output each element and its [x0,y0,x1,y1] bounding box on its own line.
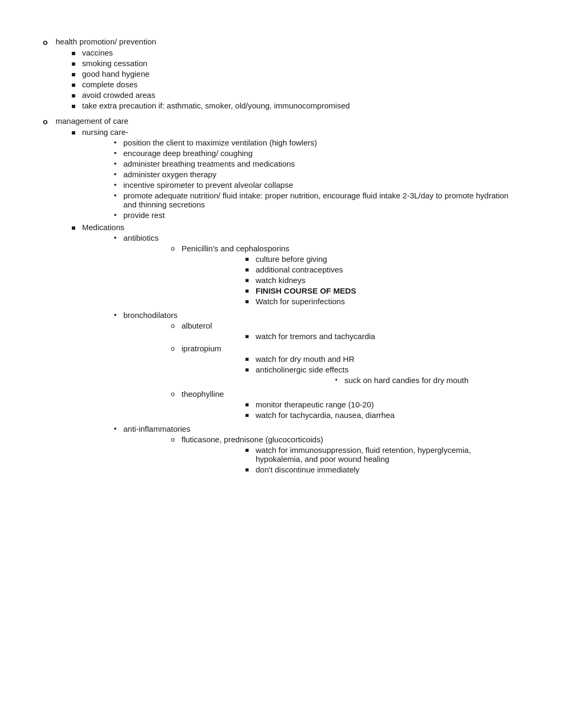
list-item: ■ nursing care- ● position the client to… [71,128,519,221]
bullet-round-icon: ● [114,312,119,317]
bullet-o-icon: o [43,38,50,47]
item-label: anticholinergic side effects [256,365,349,374]
item-content: Penicillin's and cephalosporins ■ cultur… [182,244,519,307]
list-item: ■ Medications ● antibiotics [71,223,519,479]
item-label: watch for tremors and tachycardia [256,332,519,341]
item-content: fluticasone, prednisone (glucocorticoids… [182,435,519,476]
list-item: ■ watch for dry mouth and HR [245,354,519,363]
list-item: ■ culture before giving [245,254,519,263]
albuterol-list: ■ watch for tremors and tachycardia [182,332,519,341]
bullet-o-sm-icon: o [171,322,177,330]
item-label: anti-inflammatories [123,424,191,433]
item-content: nursing care- ● position the client to m… [82,128,519,221]
level3-list: ● position the client to maximize ventil… [82,138,519,220]
bullet-square-icon: ■ [71,70,78,78]
item-label: watch for dry mouth and HR [256,354,519,363]
bullet-square-icon: ■ [71,92,78,99]
item-label: encourage deep breathing/ coughing [123,149,519,158]
list-item: ■ watch for tachycardia, nausea, diarrhe… [245,411,519,420]
list-item: o health promotion/ prevention ■ vaccine… [43,37,519,112]
item-label: take extra precaution if: asthmatic, smo… [82,101,519,110]
list-item: ■ anticholinergic side effects ● [245,365,519,386]
item-label: watch for immunosuppression, fluid reten… [256,445,519,463]
list-item: ● provide rest [114,211,519,220]
bullet-square-sm-icon: ■ [245,366,251,374]
bullet-square-sm-icon: ■ [245,466,251,474]
bullet-o-sm-icon: o [171,390,177,398]
list-item: ■ monitor therapeutic range (10-20) [245,400,519,409]
list-item: ■ avoid crowded areas [71,90,519,99]
item-content: management of care ■ nursing care- ● pos… [56,116,519,481]
list-item: o Penicillin's and cephalosporins ■ [171,244,519,307]
level2-list: ■ nursing care- ● position the client to… [56,128,519,479]
bullet-square-icon: ■ [71,81,78,89]
item-label: don't discontinue immediately [256,465,519,474]
item-content: antibiotics o Penicillin's and cephalosp… [123,233,519,309]
item-label: Medications [82,223,124,232]
item-label: promote adequate nutrition/ fluid intake… [123,191,519,209]
bullet-round-icon: ● [114,161,119,166]
section-label: management of care [56,116,129,125]
antibiotics-list: o Penicillin's and cephalosporins ■ [123,244,519,307]
bullet-square-icon: ■ [71,49,78,57]
item-label: Watch for superinfections [256,297,519,306]
item-content: Medications ● antibiotics [82,223,519,479]
bullet-round-icon: ● [114,150,119,156]
list-item: o fluticasone, prednisone (glucocorticoi… [171,435,519,476]
item-label: complete doses [82,80,519,89]
item-content: albuterol ■ watch for tremors and tachyc… [182,321,519,342]
item-label: culture before giving [256,254,519,263]
section-label: health promotion/ prevention [56,37,156,46]
anticholinergic-list: ● suck on hard candies for dry mouth [256,376,519,385]
bullet-round-icon: ● [114,171,119,177]
list-item: ■ complete doses [71,80,519,89]
list-item: ● encourage deep breathing/ coughing [114,149,519,158]
bullet-square-sm-icon: ■ [245,333,251,340]
ipratropium-list: ■ watch for dry mouth and HR ■ [182,354,519,386]
bronchodilators-list: o albuterol ■ watch for tremors a [123,321,519,421]
list-item: o theophylline ■ monitor therapeu [171,389,519,421]
item-content: anticholinergic side effects ● suck on h… [256,365,519,386]
list-item: ■ FINISH COURSE OF MEDS [245,286,519,295]
item-label: incentive spirometer to prevent alveolar… [123,180,519,189]
list-item: ● anti-inflammatories o [114,424,519,477]
list-item: ● incentive spirometer to prevent alveol… [114,180,519,189]
item-label: nursing care- [82,128,129,136]
item-content: ipratropium ■ watch for dry mouth and HR [182,344,519,388]
top-level-list: o health promotion/ prevention ■ vaccine… [43,37,519,481]
bullet-o-sm-icon: o [171,244,177,252]
list-item: ● administer breathing treatments and me… [114,159,519,168]
item-label: good hand hygiene [82,69,519,78]
item-label: vaccines [82,48,519,57]
bullet-round-icon: ● [114,140,119,145]
item-label: antibiotics [123,233,159,242]
list-item: ■ smoking cessation [71,59,519,68]
bullet-square-sm-icon: ■ [245,412,251,419]
main-content: o health promotion/ prevention ■ vaccine… [43,21,519,481]
bullet-square-sm-icon: ■ [245,356,251,363]
bullet-square-sm-icon: ■ [245,256,251,263]
list-item: ● antibiotics o Pen [114,233,519,309]
bullet-round-icon: ● [114,182,119,187]
item-label: bronchodilators [123,311,178,320]
list-item: o albuterol ■ watch for tremors a [171,321,519,342]
additional-contraceptives-label: additional contraceptives [256,265,519,274]
item-label: suck on hard candies for dry mouth [345,376,519,385]
bullet-o-sm-icon: o [171,344,177,352]
bullet-round-icon: ● [114,212,119,217]
item-content: theophylline ■ monitor therapeutic range… [182,389,519,421]
item-label: fluticasone, prednisone (glucocorticoids… [182,435,323,444]
list-item: ■ additional contraceptives [245,265,519,274]
bullet-round-icon: ● [114,193,119,198]
finish-course-label: FINISH COURSE OF MEDS [256,286,519,295]
bullet-square-sm-icon: ■ [245,298,251,305]
list-item: ● promote adequate nutrition/ fluid inta… [114,191,519,209]
item-label: smoking cessation [82,59,519,68]
item-content: bronchodilators o albuterol [123,311,519,423]
bullet-square-icon: ■ [71,60,78,68]
bullet-o-sm-icon: o [171,435,177,443]
level2-list: ■ vaccines ■ smoking cessation ■ good ha… [56,48,519,110]
penicillin-list: ■ culture before giving ■ additional con… [182,254,519,306]
list-item: ■ vaccines [71,48,519,57]
item-label: provide rest [123,211,519,220]
